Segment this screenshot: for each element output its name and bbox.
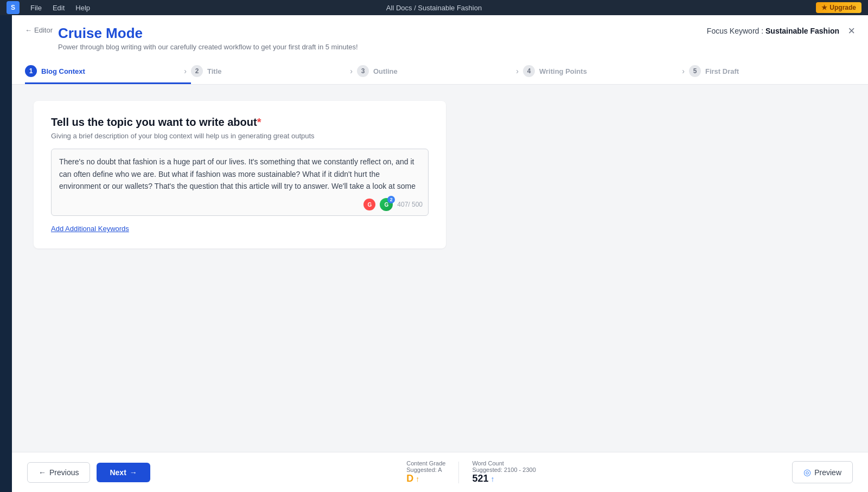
star-icon: ★ — [821, 4, 827, 11]
step-4-chevron: › — [682, 67, 689, 75]
content-grade-value: D ↑ — [406, 473, 419, 484]
title-block: Cruise Mode Power through blog writing w… — [58, 25, 358, 51]
breadcrumb: All Docs / Sustainable Fashion — [386, 4, 482, 12]
step-1-circle: 1 — [25, 65, 37, 77]
step-first-draft[interactable]: 5 First Draft — [689, 60, 855, 84]
word-count-label: Word Count — [472, 460, 504, 467]
step-4-circle: 4 — [523, 65, 535, 77]
modal-title-section: ← Editor Cruise Mode Power through blog … — [25, 25, 358, 51]
focus-keyword-display: Focus Keyword : Sustainable Fashion — [707, 27, 839, 35]
word-count-value: 521 ↑ — [472, 473, 494, 484]
word-count-up-arrow: ↑ — [490, 475, 494, 483]
grade-up-arrow: ↑ — [416, 475, 419, 483]
modal-title: Cruise Mode — [58, 25, 358, 42]
next-button[interactable]: Next → — [97, 463, 150, 482]
modal-subtitle: Power through blog writing with our care… — [58, 43, 358, 51]
textarea-wrapper: G G 2 407/ 500 — [51, 149, 429, 216]
textarea-footer: G G 2 407/ 500 — [52, 195, 428, 215]
step-2-label: Title — [207, 67, 222, 75]
modal-body: Tell us the topic you want to write abou… — [12, 85, 868, 452]
cruise-mode-modal: ← Editor Cruise Mode Power through blog … — [12, 15, 868, 492]
steps-navigation: 1 Blog Context › 2 Title › 3 Outline › — [25, 60, 855, 84]
word-count-stat: Word Count Suggested: 2100 - 2300 521 ↑ — [472, 460, 535, 484]
grammarly2-icon: G 2 — [380, 198, 393, 211]
step-3-circle: 3 — [357, 65, 369, 77]
menu-help[interactable]: Help — [75, 4, 90, 12]
modal-footer: ← Previous Next → Content Grade Suggeste… — [12, 452, 868, 492]
menu-right: ★ Upgrade — [816, 2, 861, 13]
card-description: Giving a brief description of your blog … — [51, 132, 429, 140]
footer-left: ← Previous Next → — [27, 462, 150, 483]
required-star: * — [257, 116, 261, 128]
card-title: Tell us the topic you want to write abou… — [51, 116, 429, 129]
grammarly-icon: G — [363, 199, 375, 210]
upgrade-button[interactable]: ★ Upgrade — [816, 2, 861, 13]
step-3-chevron: › — [516, 67, 523, 75]
menu-edit[interactable]: Edit — [53, 4, 65, 12]
word-count-suggested: Suggested: 2100 - 2300 — [472, 467, 535, 473]
content-grade-label: Content Grade — [406, 460, 445, 467]
arrow-right-icon: → — [130, 468, 137, 477]
grammarly-badge: 2 — [387, 196, 395, 203]
step-4-label: Writing Points — [539, 67, 587, 75]
menu-file[interactable]: File — [30, 4, 42, 12]
step-writing-points[interactable]: 4 Writing Points › — [523, 60, 689, 84]
content-card: Tell us the topic you want to write abou… — [34, 101, 446, 248]
close-button[interactable]: × — [848, 25, 855, 37]
blog-context-textarea[interactable] — [52, 149, 428, 193]
step-2-circle: 2 — [191, 65, 203, 77]
content-grade-suggested: Suggested: A — [406, 467, 442, 473]
footer-divider — [458, 462, 459, 483]
step-3-label: Outline — [373, 67, 398, 75]
previous-button[interactable]: ← Previous — [27, 462, 90, 483]
back-to-editor-button[interactable]: ← Editor — [25, 26, 53, 34]
step-title[interactable]: 2 Title › — [191, 60, 357, 84]
modal-header: ← Editor Cruise Mode Power through blog … — [12, 15, 868, 85]
grade-letter: D — [406, 473, 413, 484]
preview-icon: ◎ — [803, 467, 811, 477]
step-blog-context[interactable]: 1 Blog Context › — [25, 60, 191, 84]
step-outline[interactable]: 3 Outline › — [357, 60, 523, 84]
add-keywords-button[interactable]: Add Additional Keywords — [51, 225, 129, 233]
step-2-chevron: › — [350, 67, 357, 75]
preview-button[interactable]: ◎ Preview — [792, 461, 853, 483]
step-1-label: Blog Context — [41, 67, 85, 75]
footer-center: Content Grade Suggested: A D ↑ Word Coun… — [406, 460, 536, 484]
app-logo: S — [7, 1, 20, 14]
char-count: 407/ 500 — [397, 201, 423, 208]
content-grade-stat: Content Grade Suggested: A D ↑ — [406, 460, 445, 484]
word-count-number: 521 — [472, 473, 488, 484]
step-5-circle: 5 — [689, 65, 701, 77]
step-1-chevron: › — [184, 67, 191, 75]
menu-bar: S File Edit Help All Docs / Sustainable … — [0, 0, 868, 15]
step-5-label: First Draft — [705, 67, 739, 75]
header-right: Focus Keyword : Sustainable Fashion × — [707, 25, 855, 37]
arrow-left-icon: ← — [25, 26, 32, 34]
arrow-left-icon: ← — [39, 468, 46, 477]
modal-header-top: ← Editor Cruise Mode Power through blog … — [25, 25, 855, 51]
